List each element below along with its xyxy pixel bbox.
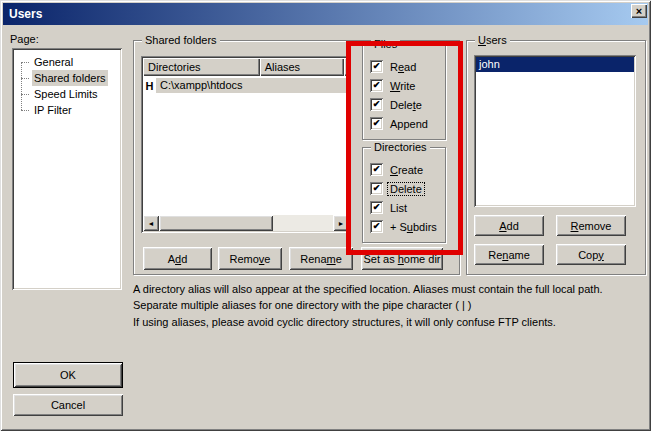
files-group-title: Files bbox=[371, 38, 400, 50]
directories-permissions-group: Directories ✔ Create ✔ Delete ✔ List ✔ +… bbox=[362, 147, 446, 243]
checkbox-dirs-subdirs[interactable]: ✔ + Subdirs bbox=[370, 217, 439, 236]
directories-listview[interactable]: Directories Aliases H C:\xampp\htdocs ◄ … bbox=[141, 56, 351, 233]
titlebar[interactable]: Users bbox=[3, 3, 648, 25]
tree-twig-icon bbox=[21, 110, 29, 111]
sidebar-item-speed-limits[interactable]: Speed Limits bbox=[12, 86, 122, 102]
checkbox-checked-icon[interactable]: ✔ bbox=[370, 98, 383, 111]
files-permissions-group: Files ✔ Read ✔ Write ✔ Delete ✔ Append bbox=[362, 44, 446, 140]
horizontal-scrollbar[interactable]: ◄ ► bbox=[143, 215, 349, 231]
shared-folders-group-title: Shared folders bbox=[142, 34, 220, 46]
checkbox-checked-icon[interactable]: ✔ bbox=[370, 201, 383, 214]
sidebar-item-shared-folders[interactable]: Shared folders bbox=[12, 70, 122, 86]
window-title: Users bbox=[3, 7, 42, 21]
directories-group-title: Directories bbox=[371, 141, 430, 153]
column-header-directories[interactable]: Directories bbox=[143, 58, 260, 76]
alias-note-1: A directory alias will also appear at th… bbox=[133, 281, 641, 313]
column-header-aliases[interactable]: Aliases bbox=[260, 58, 344, 76]
checkbox-checked-icon[interactable]: ✔ bbox=[370, 182, 383, 195]
scrollbar-thumb[interactable] bbox=[159, 215, 273, 231]
column-header-filler bbox=[344, 58, 349, 76]
users-add-button[interactable]: Add bbox=[474, 215, 544, 236]
sidebar-item-general[interactable]: General bbox=[12, 54, 122, 70]
checkbox-files-read[interactable]: ✔ Read bbox=[370, 57, 430, 76]
checkbox-dirs-create[interactable]: ✔ Create bbox=[370, 160, 439, 179]
tree-twig-icon bbox=[21, 94, 29, 95]
checkbox-dirs-list[interactable]: ✔ List bbox=[370, 198, 439, 217]
users-remove-button[interactable]: Remove bbox=[556, 215, 626, 236]
users-list[interactable]: john bbox=[474, 55, 636, 207]
shared-add-button[interactable]: Add bbox=[143, 247, 212, 270]
checkbox-checked-icon[interactable]: ✔ bbox=[370, 117, 383, 130]
checkbox-files-delete[interactable]: ✔ Delete bbox=[370, 95, 430, 114]
scroll-right-icon[interactable]: ► bbox=[333, 215, 349, 231]
shared-remove-button[interactable]: Remove bbox=[218, 247, 282, 270]
checkbox-checked-icon[interactable]: ✔ bbox=[370, 163, 383, 176]
list-item-user-john[interactable]: john bbox=[476, 57, 634, 72]
close-icon[interactable]: × bbox=[631, 4, 647, 18]
directory-path: C:\xampp\htdocs bbox=[156, 78, 349, 93]
home-dir-marker: H bbox=[143, 80, 156, 92]
table-row[interactable]: H C:\xampp\htdocs bbox=[143, 77, 349, 94]
users-group-title: Users bbox=[475, 34, 510, 46]
sidebar-item-ip-filter[interactable]: IP Filter bbox=[12, 102, 122, 118]
page-label: Page: bbox=[10, 33, 39, 45]
checkbox-files-write[interactable]: ✔ Write bbox=[370, 76, 430, 95]
checkbox-checked-icon[interactable]: ✔ bbox=[370, 220, 383, 233]
page-list[interactable]: General Shared folders Speed Limits IP F… bbox=[12, 48, 122, 290]
tree-twig-icon bbox=[21, 62, 29, 63]
checkbox-checked-icon[interactable]: ✔ bbox=[370, 60, 383, 73]
checkbox-files-append[interactable]: ✔ Append bbox=[370, 114, 430, 133]
scroll-left-icon[interactable]: ◄ bbox=[143, 215, 159, 231]
set-as-home-dir-button[interactable]: Set as home dir bbox=[361, 247, 443, 270]
shared-rename-button[interactable]: Rename bbox=[289, 247, 353, 270]
ok-button[interactable]: OK bbox=[13, 362, 123, 388]
users-dialog: Users × Page: General Shared folders Spe… bbox=[0, 0, 651, 431]
users-rename-button[interactable]: Rename bbox=[474, 244, 544, 265]
checkbox-checked-icon[interactable]: ✔ bbox=[370, 79, 383, 92]
listview-header: Directories Aliases bbox=[143, 58, 349, 76]
alias-note-2: If using aliases, please avoid cyclic di… bbox=[133, 314, 641, 330]
tree-twig-icon bbox=[21, 78, 29, 79]
users-copy-button[interactable]: Copy bbox=[556, 244, 626, 265]
checkbox-dirs-delete[interactable]: ✔ Delete bbox=[370, 179, 439, 198]
cancel-button[interactable]: Cancel bbox=[13, 394, 123, 416]
